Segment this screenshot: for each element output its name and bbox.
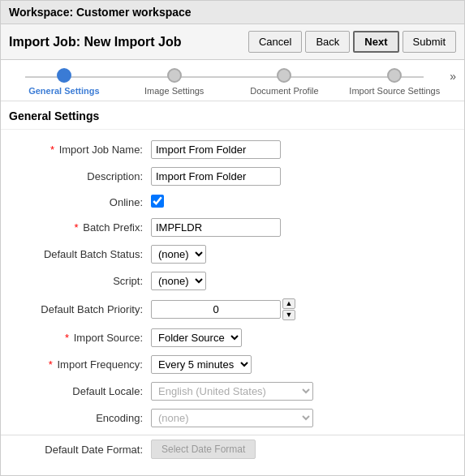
online-label: Online: [9,196,151,208]
step-circle-2 [167,68,182,83]
description-label: Description: [9,170,151,182]
description-control [151,167,456,186]
priority-up-button[interactable]: ▲ [282,298,295,309]
step-label-4: Import Source Settings [349,86,440,96]
default-batch-priority-label: Default Batch Priority: [9,303,151,315]
import-source-label: * Import Source: [9,332,151,344]
script-select[interactable]: (none) [151,272,206,290]
default-batch-status-label: Default Batch Status: [9,248,151,260]
back-button[interactable]: Back [305,31,350,53]
step-circle-3 [277,68,291,83]
default-date-format-control: Select Date Format [151,440,456,459]
header-buttons: Cancel Back Next Submit [248,31,456,53]
default-batch-status-row: Default Batch Status: (none) [1,241,464,268]
step-label-2: Image Settings [144,86,204,96]
import-frequency-row: * Import Frequency: Every 5 minutes [1,351,464,378]
priority-down-button[interactable]: ▼ [282,310,295,320]
step-image-settings[interactable]: Image Settings [119,68,230,96]
cancel-button[interactable]: Cancel [248,31,302,53]
import-source-select[interactable]: Folder Source [151,328,242,347]
next-button[interactable]: Next [353,31,398,53]
step-circle-1 [57,68,71,83]
default-locale-select[interactable]: English (United States) [151,382,313,401]
step-label-1: General Settings [28,86,99,96]
required-star-1: * [50,144,54,156]
online-checkbox[interactable] [151,195,164,208]
import-frequency-select[interactable]: Every 5 minutes [151,355,252,374]
import-source-control: Folder Source [151,328,456,347]
encoding-label: Encoding: [9,412,151,424]
default-date-format-row: Default Date Format: Select Date Format [1,435,464,463]
default-locale-label: Default Locale: [9,385,151,397]
batch-prefix-row: * Batch Prefix: [1,214,464,241]
encoding-control: (none) [151,409,456,427]
more-steps-icon: » [450,68,456,83]
import-frequency-label: * Import Frequency: [9,358,151,371]
step-label-3: Document Profile [250,86,318,96]
batch-prefix-control [151,218,456,237]
import-source-row: * Import Source: Folder Source [1,324,464,351]
import-frequency-control: Every 5 minutes [151,355,456,374]
page-title: Import Job: New Import Job [9,35,248,49]
wizard-steps: General Settings Image Settings Document… [1,60,464,101]
default-batch-priority-control: ▲ ▼ [151,298,456,320]
online-row: Online: [1,190,464,214]
import-job-name-row: * Import Job Name: [1,136,464,163]
script-label: Script: [9,275,151,287]
script-row: Script: (none) [1,268,464,294]
submit-button[interactable]: Submit [403,31,456,53]
online-control [151,195,456,210]
default-locale-row: Default Locale: English (United States) [1,378,464,405]
encoding-select[interactable]: (none) [151,409,313,427]
required-star-2: * [75,221,79,234]
step-general-settings[interactable]: General Settings [9,68,119,96]
general-settings-form: * Import Job Name: Description: Online: … [1,130,464,470]
required-star-4: * [49,358,53,371]
priority-arrows: ▲ ▼ [282,298,295,320]
description-row: Description: [1,163,464,190]
section-title: General Settings [1,101,464,130]
default-batch-status-control: (none) [151,245,456,264]
batch-prefix-label: * Batch Prefix: [9,221,151,234]
step-import-source-settings[interactable]: Import Source Settings [339,68,450,96]
default-locale-control: English (United States) [151,382,456,401]
step-circle-4 [387,68,402,83]
default-date-format-label: Default Date Format: [9,444,151,456]
required-star-3: * [65,332,69,344]
description-input[interactable] [151,167,281,186]
import-job-name-input[interactable] [151,140,281,159]
default-batch-priority-row: Default Batch Priority: ▲ ▼ [1,294,464,324]
default-batch-status-select[interactable]: (none) [151,245,206,264]
select-date-format-button[interactable]: Select Date Format [151,440,256,459]
priority-input[interactable] [151,300,281,319]
script-control: (none) [151,272,456,290]
batch-prefix-input[interactable] [151,218,281,237]
import-job-name-control [151,140,456,159]
step-document-profile[interactable]: Document Profile [230,68,340,96]
priority-spinner: ▲ ▼ [151,298,456,320]
workspace-title: Workspace: Customer workspace [1,1,464,24]
encoding-row: Encoding: (none) [1,405,464,431]
import-job-name-label: * Import Job Name: [9,144,151,156]
